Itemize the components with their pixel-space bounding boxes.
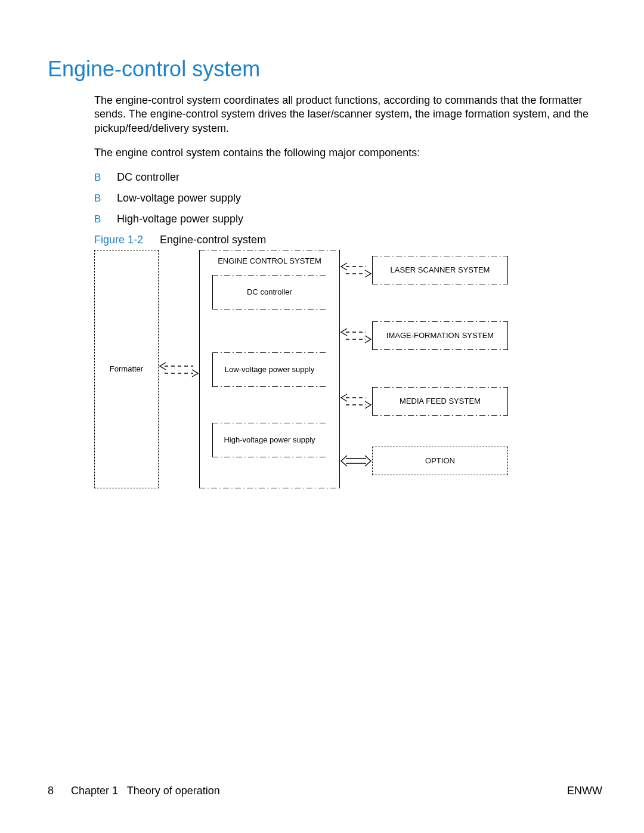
bidir-arrow-solid-icon [340, 455, 372, 467]
page-footer: 8 Chapter 1 Theory of operation ENWW [0, 785, 644, 797]
page: Engine-control system The engine-control… [0, 0, 644, 833]
image-formation-box: IMAGE-FORMATION SYSTEM [372, 321, 508, 350]
high-voltage-box: High-voltage power supply [212, 423, 327, 457]
figure-caption-text: Engine-control system [160, 234, 266, 246]
list-item-label: DC controller [117, 171, 179, 184]
option-label: OPTION [425, 456, 455, 465]
chapter-title: Theory of operation [127, 785, 220, 797]
bullet-marker: B [94, 172, 117, 184]
body-column: The engine-control system coordinates al… [94, 94, 596, 494]
intro-paragraph-2: The engine control system contains the f… [94, 146, 596, 160]
list-item: B DC controller [94, 171, 596, 184]
dc-controller-label: DC controller [247, 287, 292, 296]
list-item: B Low-voltage power supply [94, 192, 596, 205]
list-item: B High-voltage power supply [94, 213, 596, 225]
footer-left: 8 Chapter 1 Theory of operation [48, 785, 220, 797]
component-list: B DC controller B Low-voltage power supp… [94, 171, 596, 225]
list-item-label: Low-voltage power supply [117, 192, 241, 205]
figure-caption: Figure 1-2Engine-control system [94, 234, 596, 246]
media-feed-label: MEDIA FEED SYSTEM [400, 397, 481, 405]
high-voltage-label: High-voltage power supply [224, 435, 315, 444]
laser-scanner-label: LASER SCANNER SYSTEM [391, 265, 490, 274]
low-voltage-box: Low-voltage power supply [212, 352, 327, 387]
bidir-arrow-icon [340, 327, 372, 344]
formatter-label: Formatter [110, 364, 143, 373]
figure-label: Figure 1-2 [94, 234, 143, 246]
intro-paragraph-1: The engine-control system coordinates al… [94, 94, 596, 135]
dc-controller-box: DC controller [212, 275, 327, 309]
engine-title-label: ENGINE CONTROL SYSTEM [218, 256, 321, 265]
option-box: OPTION [372, 447, 508, 475]
chapter-label: Chapter 1 [71, 785, 118, 797]
formatter-box: Formatter [94, 250, 159, 488]
page-number: 8 [48, 785, 54, 797]
bidir-arrow-icon [159, 361, 199, 379]
footer-right: ENWW [567, 785, 602, 797]
media-feed-box: MEDIA FEED SYSTEM [372, 387, 508, 416]
image-formation-label: IMAGE-FORMATION SYSTEM [386, 331, 494, 340]
bidir-arrow-icon [340, 262, 372, 278]
list-item-label: High-voltage power supply [117, 213, 243, 225]
low-voltage-label: Low-voltage power supply [225, 365, 314, 374]
diagram: Formatter ENGINE CONTROL SYSTEM [94, 250, 512, 494]
laser-scanner-box: LASER SCANNER SYSTEM [372, 256, 508, 284]
bullet-marker: B [94, 193, 117, 205]
bidir-arrow-icon [340, 393, 372, 410]
bullet-marker: B [94, 213, 117, 225]
page-title: Engine-control system [48, 57, 596, 82]
